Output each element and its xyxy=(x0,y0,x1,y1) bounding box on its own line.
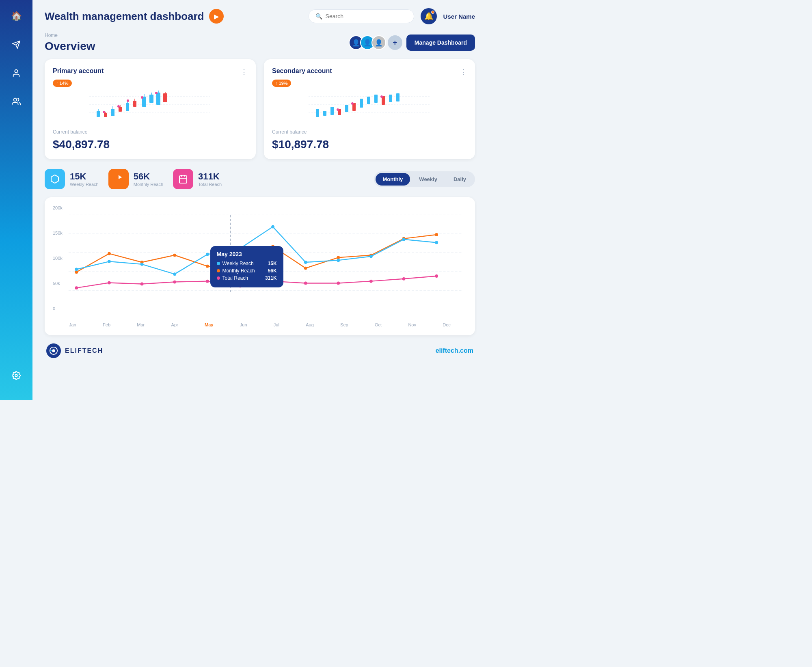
svg-point-75 xyxy=(108,260,111,263)
secondary-card-badge: ↑ 19% xyxy=(272,80,291,87)
monthly-reach-icon xyxy=(108,169,129,189)
tooltip-total-dot xyxy=(217,276,220,280)
chart-tooltip: May 2023 Weekly Reach 15K Monthly Reach … xyxy=(210,246,283,287)
add-avatar-button[interactable]: + xyxy=(388,35,402,50)
svg-rect-8 xyxy=(97,111,100,117)
svg-point-2 xyxy=(15,70,17,73)
primary-card-menu[interactable]: ⋮ xyxy=(240,67,248,76)
breadcrumb-overview: Overview xyxy=(45,40,95,53)
footer: ELIFTECH eliftech.com xyxy=(45,343,475,358)
tooltip-title: May 2023 xyxy=(217,251,277,257)
monthly-period-button[interactable]: Monthly xyxy=(376,173,410,186)
chart-y-labels: 200k 150k 100k 50k 0 xyxy=(53,205,63,319)
svg-point-3 xyxy=(14,98,17,101)
svg-rect-44 xyxy=(374,95,378,103)
primary-card-header: Primary account ⋮ xyxy=(53,67,248,76)
x-label-oct: Oct xyxy=(375,322,382,327)
svg-rect-16 xyxy=(126,103,129,111)
svg-point-88 xyxy=(140,283,144,286)
svg-point-31 xyxy=(141,96,143,99)
user-icon[interactable] xyxy=(8,65,24,81)
x-label-jul: Jul xyxy=(274,322,279,327)
total-reach-icon xyxy=(173,169,193,189)
svg-rect-43 xyxy=(367,97,370,104)
svg-point-74 xyxy=(75,268,78,271)
primary-balance-label: Current balance xyxy=(53,129,248,135)
breadcrumb-section: Home Overview 👤 👤 👤 + Manage Dashboard xyxy=(45,32,475,53)
svg-point-73 xyxy=(435,233,438,236)
monthly-reach-value: 56K xyxy=(134,171,163,182)
y-label-0: 0 xyxy=(53,306,63,311)
cards-row: Primary account ⋮ ↑ 14% xyxy=(45,59,475,159)
monthly-reach-stat: 56K Monthly Reach xyxy=(108,169,163,189)
home-icon[interactable]: 🏠 xyxy=(8,8,24,24)
period-selector: Monthly Weekly Daily xyxy=(374,171,475,187)
svg-point-97 xyxy=(435,274,438,278)
send-icon[interactable] xyxy=(8,37,24,53)
svg-point-84 xyxy=(402,238,406,241)
y-label-150k: 150k xyxy=(53,231,63,235)
svg-rect-27 xyxy=(156,93,160,105)
x-label-apr: Apr xyxy=(171,322,178,327)
tooltip-weekly-label: Weekly Reach xyxy=(217,261,254,266)
gear-icon[interactable] xyxy=(8,367,24,384)
svg-rect-12 xyxy=(111,109,114,116)
total-reach-stat: 311K Total Reach xyxy=(173,169,222,189)
main-content: Wealth management dashboard ▶ 🔍 🔔 User N… xyxy=(32,0,487,400)
secondary-card-menu[interactable]: ⋮ xyxy=(460,67,467,76)
user-name: User Name xyxy=(443,13,475,20)
notification-button[interactable]: 🔔 xyxy=(421,8,437,24)
svg-rect-37 xyxy=(323,111,326,116)
monthly-reach-label: Monthly Reach xyxy=(134,182,163,187)
logo-text: ELIFTECH xyxy=(65,347,103,354)
x-label-aug: Aug xyxy=(306,322,314,327)
breadcrumb-right: 👤 👤 👤 + Manage Dashboard xyxy=(349,35,475,51)
svg-point-80 xyxy=(271,225,274,229)
svg-point-85 xyxy=(435,241,438,244)
y-label-100k: 100k xyxy=(53,256,63,261)
footer-url: eliftech.com xyxy=(436,347,473,354)
tooltip-total-value: 311K xyxy=(265,275,277,281)
svg-point-81 xyxy=(304,261,307,264)
svg-rect-40 xyxy=(345,105,348,112)
tooltip-row-weekly: Weekly Reach 15K xyxy=(217,261,277,266)
y-label-200k: 200k xyxy=(53,205,63,210)
svg-point-90 xyxy=(206,280,209,283)
svg-rect-18 xyxy=(133,101,136,107)
stats-row: 15K Weekly Reach 56K Monthly Reach xyxy=(45,169,475,189)
x-label-dec: Dec xyxy=(443,322,451,327)
users-icon[interactable] xyxy=(8,93,24,110)
weekly-reach-stat: 15K Weekly Reach xyxy=(45,169,99,189)
chart-x-labels: Jan Feb Mar Apr May Jun Jul Aug Sep Oct … xyxy=(53,319,467,327)
primary-balance: $40,897.78 xyxy=(53,138,248,151)
x-label-jan: Jan xyxy=(69,322,76,327)
daily-period-button[interactable]: Daily xyxy=(446,173,473,186)
breadcrumb-left: Home Overview xyxy=(45,32,95,53)
x-label-jun: Jun xyxy=(240,322,247,327)
x-label-sep: Sep xyxy=(340,322,348,327)
chart-container: 200k 150k 100k 50k 0 xyxy=(45,197,475,335)
svg-rect-52 xyxy=(179,176,187,183)
svg-rect-25 xyxy=(149,95,153,103)
manage-dashboard-button[interactable]: Manage Dashboard xyxy=(406,35,475,51)
secondary-account-card: Secondary account ⋮ ↑ 19% xyxy=(264,59,475,159)
search-icon: 🔍 xyxy=(315,13,322,19)
weekly-reach-info: 15K Weekly Reach xyxy=(70,171,99,187)
svg-point-93 xyxy=(304,282,307,285)
svg-rect-47 xyxy=(396,93,400,101)
avatar-group: 👤 👤 👤 + xyxy=(349,35,402,50)
svg-point-50 xyxy=(380,95,383,98)
header: Wealth management dashboard ▶ 🔍 🔔 User N… xyxy=(45,8,475,24)
search-box[interactable]: 🔍 xyxy=(309,9,414,23)
svg-rect-10 xyxy=(104,113,107,117)
svg-point-78 xyxy=(206,253,209,256)
header-left: Wealth management dashboard ▶ xyxy=(45,9,224,24)
svg-point-65 xyxy=(173,254,176,257)
weekly-period-button[interactable]: Weekly xyxy=(412,173,445,186)
search-input[interactable] xyxy=(326,13,407,19)
title-arrow-button[interactable]: ▶ xyxy=(209,9,224,24)
svg-point-49 xyxy=(351,102,354,105)
svg-point-101 xyxy=(50,350,52,352)
total-reach-label: Total Reach xyxy=(198,182,222,187)
y-label-50k: 50k xyxy=(53,281,63,286)
